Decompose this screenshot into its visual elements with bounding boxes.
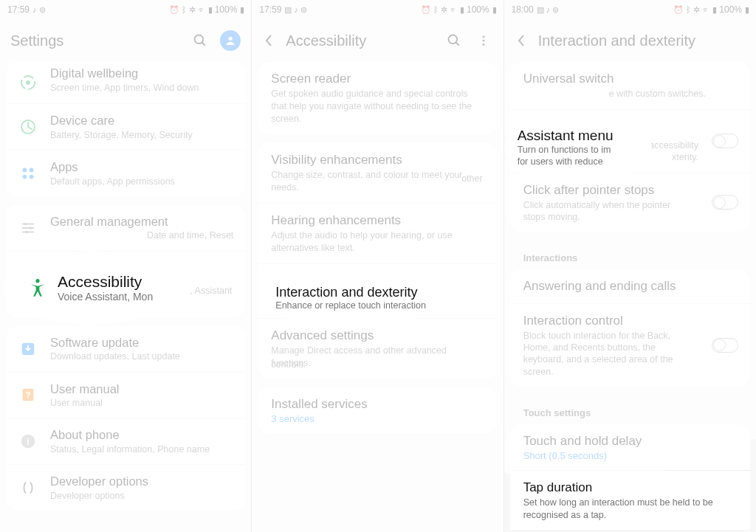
search-icon[interactable]: [444, 31, 464, 50]
header: Interaction and dexterity: [504, 19, 756, 62]
about-icon: i: [18, 431, 38, 452]
svg-point-2: [229, 37, 233, 41]
row-developer-options[interactable]: Developer options Developer options: [6, 464, 245, 511]
music-icon: ♪: [32, 5, 36, 14]
row-interaction-bg[interactable]: other controls.: [258, 263, 497, 318]
row-screen-reader[interactable]: Screen reader Get spoken audio guidance …: [258, 62, 497, 134]
header: Accessibility: [252, 19, 503, 62]
music-icon: ♪: [546, 5, 550, 14]
svg-point-4: [26, 80, 30, 85]
row-software-update[interactable]: Software update Download updates, Last u…: [6, 326, 245, 372]
section-interactions: Interactions: [510, 241, 750, 269]
row-apps[interactable]: Apps Default apps, App permissions: [6, 150, 245, 196]
accessibility-list: Screen reader Get spoken audio guidance …: [252, 62, 503, 532]
screen-accessibility: 17:59 ▧ ♪ ⊜ ⏰ ᛒ ✲ ᯤ ▮ 100% ▮ Accessibili…: [252, 0, 504, 532]
screen-interaction: 18:00 ▧ ♪ ⊜ ⏰ ᛒ ✲ ᯤ ▮ 100% ▮ Interaction…: [504, 0, 756, 532]
more-icon[interactable]: [474, 31, 493, 50]
svg-point-25: [482, 40, 484, 42]
svg-line-1: [202, 43, 205, 46]
row-user-manual[interactable]: ? User manual User manual: [6, 372, 245, 418]
svg-point-15: [25, 230, 28, 233]
section-touch: Touch settings: [510, 395, 750, 424]
manual-icon: ?: [18, 384, 38, 405]
wifi-icon: ⊜: [300, 5, 306, 15]
wifi-icon: ⊜: [39, 5, 45, 15]
row-installed-services[interactable]: Installed services 3 services: [258, 387, 497, 433]
back-button[interactable]: [515, 34, 528, 47]
battery-icon: ▮: [240, 5, 244, 15]
row-tap-duration[interactable]: Tap duration Set how long an interaction…: [510, 470, 750, 531]
page-title: Settings: [10, 32, 63, 49]
row-general-management[interactable]: General management Date and time, Reset: [6, 205, 245, 251]
svg-point-6: [22, 167, 27, 172]
svg-point-26: [482, 44, 484, 46]
row-touch-hold[interactable]: Touch and hold delay Short (0.5 seconds): [510, 424, 750, 470]
row-digital-wellbeing[interactable]: Digital wellbeing Screen time, App timer…: [6, 62, 245, 103]
svg-text:?: ?: [26, 390, 31, 399]
interaction-list: Universal switch e with custom switches.…: [504, 62, 756, 532]
row-universal-switch[interactable]: Universal switch e with custom switches.: [510, 62, 750, 109]
toggle-interaction-control[interactable]: [712, 338, 738, 353]
page-title: Interaction and dexterity: [538, 32, 695, 49]
signal-icon: ▮: [208, 5, 212, 15]
status-bar: 17:59 ▧ ♪ ⊜ ⏰ ᛒ ✲ ᯤ ▮ 100% ▮: [252, 0, 503, 19]
music-icon: ♪: [294, 5, 298, 14]
network-icon: ᯤ: [198, 5, 205, 14]
device-care-icon: [18, 117, 38, 137]
status-bar: 17:59 ♪ ⊜ ⏰ ᛒ ✲ ᯤ ▮ 100% ▮: [0, 0, 251, 19]
svg-point-9: [30, 174, 34, 179]
mute-icon: ✲: [189, 5, 195, 15]
row-click-pointer[interactable]: Click after pointer stops Click automati…: [510, 173, 750, 232]
svg-line-23: [456, 43, 458, 46]
apps-icon: [18, 163, 38, 184]
row-sub: Screen time, App timers, Wind down: [50, 82, 233, 94]
svg-text:i: i: [27, 437, 29, 447]
bluetooth-icon: ᛒ: [182, 5, 186, 14]
search-icon[interactable]: [190, 31, 210, 50]
screen-settings: 17:59 ♪ ⊜ ⏰ ᛒ ✲ ᯤ ▮ 100% ▮ Settings: [0, 0, 252, 532]
row-hearing[interactable]: Hearing enhancements Adjust the audio to…: [258, 203, 497, 263]
toggle-assistant[interactable]: [712, 134, 738, 148]
row-assistant-bg[interactable]: e accessibility xterity.: [510, 109, 750, 173]
battery-pct: 100%: [215, 4, 238, 15]
image-icon: ▧: [537, 5, 543, 15]
toggle-click[interactable]: [712, 195, 738, 210]
row-about-phone[interactable]: i About phone Status, Legal information,…: [6, 418, 245, 464]
general-icon: [18, 218, 38, 238]
back-button[interactable]: [262, 34, 275, 47]
software-icon: [18, 339, 38, 359]
svg-point-0: [195, 35, 204, 44]
alarm-icon: ⏰: [169, 5, 179, 15]
row-answering[interactable]: Answering and ending calls: [510, 269, 750, 303]
page-title: Accessibility: [286, 32, 366, 49]
svg-point-7: [30, 167, 34, 172]
wifi-icon: ⊜: [552, 5, 558, 15]
settings-list: Digital wellbeing Screen time, App timer…: [0, 62, 251, 532]
row-interaction-control[interactable]: Interaction control Block touch interact…: [510, 303, 750, 387]
svg-point-24: [482, 35, 484, 38]
row-device-care[interactable]: Device care Battery, Storage, Memory, Se…: [6, 103, 245, 150]
header: Settings: [0, 19, 251, 62]
wellbeing-icon: [18, 72, 38, 93]
row-title: Digital wellbeing: [50, 66, 233, 81]
image-icon: ▧: [284, 5, 291, 15]
account-avatar[interactable]: [220, 30, 241, 51]
svg-point-14: [30, 227, 32, 229]
svg-point-8: [22, 174, 27, 179]
status-time: 17:59: [7, 4, 30, 15]
svg-point-22: [448, 35, 457, 44]
developer-icon: [18, 477, 38, 498]
svg-point-13: [24, 222, 27, 225]
status-bar: 18:00 ▧ ♪ ⊜ ⏰ ᛒ ✲ ᯤ ▮ 100% ▮: [504, 0, 756, 19]
row-accessibility-bg[interactable]: , Assistant: [6, 251, 245, 317]
